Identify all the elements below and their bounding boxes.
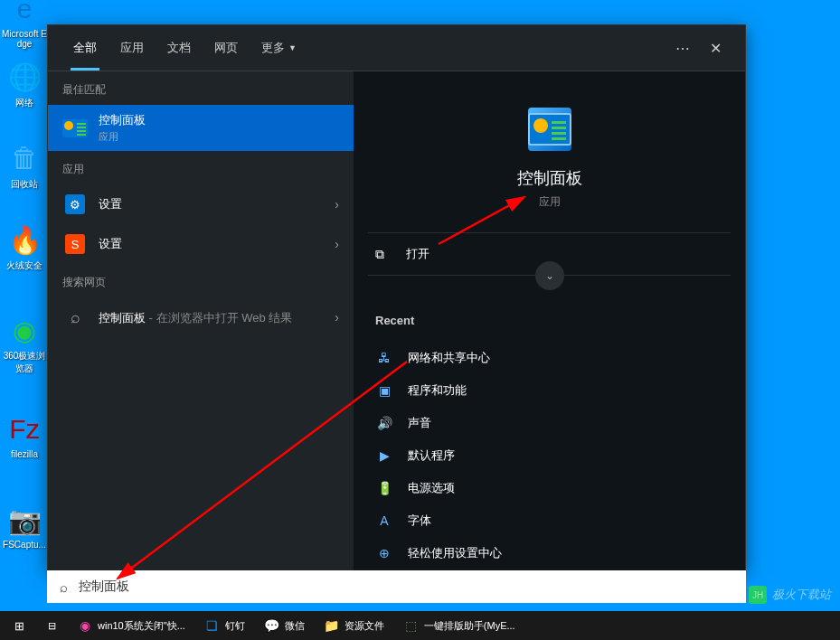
chevron-down-icon: ▼ bbox=[288, 43, 297, 52]
desktop-icon[interactable]: eMicrosoft Edge bbox=[2, 0, 47, 49]
annotation-arrow-2 bbox=[429, 190, 574, 253]
taskbar-app-icon: 💬 bbox=[265, 618, 279, 633]
desktop-icon[interactable]: 🌐网络 bbox=[2, 59, 47, 109]
app-icon: 🌐 bbox=[6, 59, 42, 95]
taskbar-app-icon: ❏ bbox=[205, 618, 220, 633]
tab[interactable]: 网页 bbox=[203, 25, 250, 71]
section-web: 搜索网页 bbox=[48, 264, 354, 297]
app-icon: 🔥 bbox=[6, 221, 42, 258]
result-app[interactable]: S设置› bbox=[48, 224, 354, 264]
start-button[interactable]: ⊞ bbox=[4, 612, 35, 639]
taskbar-label: 钉钉 bbox=[225, 619, 245, 633]
app-icon: ◉ bbox=[6, 312, 42, 348]
more-options-button[interactable]: ⋯ bbox=[666, 32, 699, 64]
taskbar-label: 一键排版助手(MyE... bbox=[424, 619, 515, 633]
app-icon: Fz bbox=[6, 411, 42, 447]
app-icon: 🗑 bbox=[6, 140, 42, 176]
taskbar-item[interactable]: ❏钉钉 bbox=[196, 612, 254, 639]
icon-label: 火绒安全 bbox=[2, 259, 47, 272]
tab-more[interactable]: 更多 ▼ bbox=[250, 25, 308, 71]
taskbar-app-icon: ⬚ bbox=[404, 618, 419, 633]
search-tabs: 全部应用文档网页 更多 ▼ ⋯ ✕ bbox=[48, 25, 745, 71]
icon-label: 网络 bbox=[2, 97, 47, 109]
taskbar-item[interactable]: 📁资源文件 bbox=[316, 612, 393, 639]
search-icon: ⌕ bbox=[62, 305, 88, 330]
svg-line-1 bbox=[118, 362, 407, 579]
control-panel-icon bbox=[62, 116, 88, 141]
taskbar-app-icon: 📁 bbox=[325, 618, 339, 633]
task-view-button[interactable]: ⊟ bbox=[37, 612, 67, 639]
taskbar-app-icon: ◉ bbox=[78, 618, 92, 633]
annotation-arrow-1 bbox=[90, 353, 452, 588]
app-icon: e bbox=[6, 0, 42, 27]
recent-header: Recent bbox=[375, 314, 723, 327]
app-icon: 📷 bbox=[6, 502, 42, 538]
tab[interactable]: 文档 bbox=[156, 25, 203, 71]
expand-button[interactable]: ⌄ bbox=[535, 261, 564, 290]
taskbar-item[interactable]: ◉win10系统关闭"快... bbox=[69, 612, 194, 639]
app-icon: ⚙ bbox=[62, 192, 88, 217]
preview-title: 控制面板 bbox=[372, 167, 727, 189]
result-web-search[interactable]: ⌕ 控制面板 - 在浏览器中打开 Web 结果 › bbox=[48, 297, 354, 337]
app-icon: S bbox=[62, 231, 88, 257]
tab[interactable]: 应用 bbox=[109, 25, 156, 71]
svg-line-3 bbox=[439, 197, 524, 244]
chevron-right-icon: › bbox=[335, 237, 339, 251]
result-app[interactable]: ⚙设置› bbox=[48, 184, 354, 224]
chevron-right-icon: › bbox=[335, 310, 339, 325]
icon-label: FSCaptu... bbox=[2, 540, 47, 550]
icon-label: 360极速浏览器 bbox=[2, 350, 47, 375]
result-control-panel[interactable]: 控制面板 应用 bbox=[48, 105, 354, 151]
preview-app-icon bbox=[528, 108, 571, 151]
close-button[interactable]: ✕ bbox=[699, 32, 731, 64]
desktop-icon[interactable]: 📷FSCaptu... bbox=[2, 502, 47, 550]
taskbar-label: win10系统关闭"快... bbox=[98, 619, 185, 633]
taskbar: ⊞ ⊟ ◉win10系统关闭"快...❏钉钉💬微信📁资源文件⬚一键排版助手(My… bbox=[0, 611, 840, 640]
desktop-icon[interactable]: 🔥火绒安全 bbox=[2, 221, 47, 272]
search-icon: ⌕ bbox=[60, 579, 68, 595]
desktop-icon[interactable]: ◉360极速浏览器 bbox=[2, 312, 47, 375]
icon-label: Microsoft Edge bbox=[2, 29, 47, 49]
taskbar-item[interactable]: 💬微信 bbox=[256, 612, 314, 639]
desktop-icon[interactable]: Fzfilezilla bbox=[2, 411, 47, 459]
icon-label: 回收站 bbox=[2, 178, 47, 191]
desktop-icon[interactable]: 🗑回收站 bbox=[2, 140, 47, 191]
open-icon: ⧉ bbox=[375, 247, 393, 262]
chevron-right-icon: › bbox=[335, 197, 339, 212]
section-apps: 应用 bbox=[48, 151, 354, 184]
icon-label: filezilla bbox=[2, 449, 47, 459]
taskbar-item[interactable]: ⬚一键排版助手(MyE... bbox=[395, 612, 524, 639]
section-best-match: 最佳匹配 bbox=[48, 71, 354, 105]
tab[interactable]: 全部 bbox=[61, 25, 109, 71]
taskbar-label: 资源文件 bbox=[344, 619, 384, 633]
task-view-icon: ⊟ bbox=[48, 620, 56, 632]
watermark: JH 极火下载站 bbox=[749, 586, 831, 604]
windows-icon: ⊞ bbox=[14, 619, 24, 633]
taskbar-label: 微信 bbox=[285, 619, 305, 633]
